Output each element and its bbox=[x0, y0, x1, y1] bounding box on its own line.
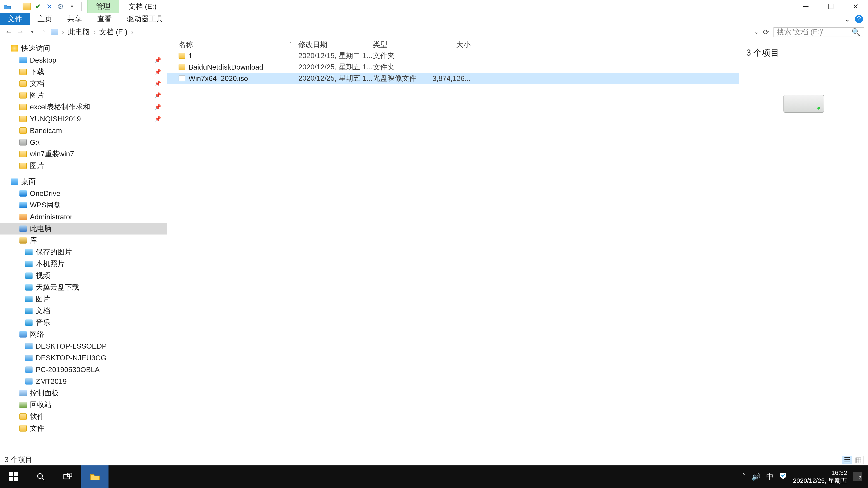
tree-control-panel[interactable]: 控制面板 bbox=[0, 387, 167, 399]
file-row[interactable]: Win7x64_2020.iso2020/12/25, 星期五 1...光盘映像… bbox=[167, 73, 739, 84]
system-tray: ˄ 🔊 中 16:32 2020/12/25, 星期五 3 bbox=[736, 465, 868, 488]
tree-documents-folder[interactable]: 文件 bbox=[0, 422, 167, 434]
breadcrumb[interactable]: › 此电脑 › 文档 (E:) › ⌄ ⟳ bbox=[51, 27, 771, 37]
qat-check-icon[interactable]: ✔ bbox=[34, 2, 42, 11]
close-button[interactable]: ✕ bbox=[843, 0, 868, 13]
view-details-button[interactable]: ☰ bbox=[842, 456, 852, 464]
tree-network-pc[interactable]: PC-20190530OBLA bbox=[0, 364, 167, 376]
tree-pinned-item[interactable]: Bandicam bbox=[0, 125, 167, 136]
library-item-icon bbox=[25, 296, 33, 302]
tree-network-pc[interactable]: DESKTOP-LSSOEDP bbox=[0, 340, 167, 352]
tree-pinned-item[interactable]: 文档📌 bbox=[0, 78, 167, 90]
ribbon-tab-share[interactable]: 共享 bbox=[60, 13, 90, 25]
desktop-icon bbox=[11, 178, 18, 185]
tree-desktop-root[interactable]: 桌面 bbox=[0, 176, 167, 188]
search-input[interactable]: 搜索"文档 (E:)" 🔍 bbox=[774, 27, 864, 37]
tree-pinned-item[interactable]: G:\ bbox=[0, 136, 167, 148]
tree-library-item[interactable]: 音乐 bbox=[0, 317, 167, 328]
column-name[interactable]: 名称 ˄ bbox=[167, 40, 298, 50]
qat-close-icon[interactable]: ✕ bbox=[45, 2, 53, 11]
nav-forward-button[interactable]: → bbox=[16, 28, 25, 37]
tray-volume-icon[interactable]: 🔊 bbox=[751, 473, 761, 481]
taskbar-search-button[interactable] bbox=[27, 465, 54, 488]
qat-dropdown-icon[interactable]: ▾ bbox=[68, 2, 76, 11]
tree-pinned-item[interactable]: win7重装win7 bbox=[0, 148, 167, 160]
ribbon-tab-view[interactable]: 查看 bbox=[90, 13, 119, 25]
tray-clock[interactable]: 16:32 2020/12/25, 星期五 bbox=[793, 469, 847, 485]
tree-network-pc[interactable]: ZMT2019 bbox=[0, 376, 167, 387]
tree-wps[interactable]: WPS网盘 bbox=[0, 199, 167, 211]
tree-library-item[interactable]: 视频 bbox=[0, 270, 167, 282]
ribbon-collapse-icon[interactable]: ⌄ bbox=[844, 15, 850, 23]
ribbon-context-tab[interactable]: 管理 bbox=[87, 0, 119, 13]
library-item-icon bbox=[25, 284, 33, 291]
breadcrumb-this-pc[interactable]: 此电脑 bbox=[68, 27, 90, 37]
tree-libraries[interactable]: 库 bbox=[0, 234, 167, 246]
column-size[interactable]: 大小 bbox=[432, 40, 475, 50]
tree-software-folder[interactable]: 软件 bbox=[0, 411, 167, 422]
qat-gear-icon[interactable]: ⚙ bbox=[57, 2, 65, 11]
file-row[interactable]: 12020/12/15, 星期二 1...文件夹 bbox=[167, 50, 739, 61]
star-icon bbox=[11, 45, 18, 52]
refresh-icon[interactable]: ⟳ bbox=[763, 28, 769, 36]
tree-pinned-item[interactable]: excel表格制作求和📌 bbox=[0, 101, 167, 113]
tree-pinned-item[interactable]: 图片📌 bbox=[0, 90, 167, 101]
tree-library-item[interactable]: 文档 bbox=[0, 305, 167, 317]
chevron-right-icon[interactable]: › bbox=[93, 28, 96, 36]
ribbon-tab-drive-tools[interactable]: 驱动器工具 bbox=[119, 13, 171, 25]
tree-label: 下载 bbox=[30, 67, 44, 77]
tree-administrator[interactable]: Administrator bbox=[0, 211, 167, 223]
folder-icon bbox=[20, 127, 27, 134]
wps-icon bbox=[20, 202, 27, 208]
tree-library-item[interactable]: 图片 bbox=[0, 293, 167, 305]
tree-library-item[interactable]: 保存的图片 bbox=[0, 246, 167, 258]
taskbar-taskview-button[interactable] bbox=[54, 465, 81, 488]
tray-chevron-up-icon[interactable]: ˄ bbox=[742, 473, 745, 481]
tree-library-item[interactable]: 天翼云盘下载 bbox=[0, 282, 167, 293]
tray-action-center-icon[interactable]: 3 bbox=[853, 472, 862, 481]
tree-label: win7重装win7 bbox=[30, 149, 74, 159]
tree-network-pc[interactable]: DESKTOP-NJEU3CG bbox=[0, 352, 167, 364]
library-item-icon bbox=[25, 308, 33, 314]
chevron-right-icon[interactable]: › bbox=[62, 28, 64, 36]
taskbar-explorer-button[interactable] bbox=[81, 465, 108, 488]
column-label: 名称 bbox=[179, 40, 193, 50]
column-type[interactable]: 类型 bbox=[373, 40, 432, 50]
tree-onedrive[interactable]: OneDrive bbox=[0, 188, 167, 199]
tray-ime-indicator[interactable]: 中 bbox=[766, 472, 774, 482]
search-icon[interactable]: 🔍 bbox=[851, 28, 861, 36]
breadcrumb-drive[interactable]: 文档 (E:) bbox=[99, 27, 127, 37]
tree-library-item[interactable]: 本机照片 bbox=[0, 258, 167, 270]
tray-security-icon[interactable] bbox=[779, 472, 787, 482]
qat-folder-icon[interactable] bbox=[23, 2, 31, 11]
tree-pinned-item[interactable]: YUNQISHI2019📌 bbox=[0, 113, 167, 125]
tree-this-pc[interactable]: 此电脑 bbox=[0, 223, 167, 234]
minimize-button[interactable]: ─ bbox=[794, 0, 818, 13]
address-bar: ← → ▾ ↑ › 此电脑 › 文档 (E:) › ⌄ ⟳ 搜索"文档 (E:)… bbox=[0, 25, 868, 39]
chevron-right-icon[interactable]: › bbox=[131, 28, 133, 36]
start-button[interactable] bbox=[0, 465, 27, 488]
nav-back-button[interactable]: ← bbox=[4, 28, 13, 37]
tree-recycle-bin[interactable]: 回收站 bbox=[0, 399, 167, 411]
svg-rect-0 bbox=[9, 472, 13, 476]
tree-pinned-item[interactable]: Desktop📌 bbox=[0, 54, 167, 66]
nav-up-button[interactable]: ↑ bbox=[39, 28, 49, 37]
tree-network[interactable]: 网络 bbox=[0, 328, 167, 340]
view-thumbnails-button[interactable]: ▦ bbox=[853, 456, 864, 464]
drive-artwork bbox=[783, 95, 824, 113]
tree-label: Desktop bbox=[30, 56, 56, 64]
preview-summary: 3 个项目 bbox=[746, 47, 779, 59]
ribbon-tab-home[interactable]: 主页 bbox=[30, 13, 60, 25]
tree-label: Bandicam bbox=[30, 127, 62, 135]
tree-pinned-item[interactable]: 图片 bbox=[0, 160, 167, 172]
maximize-button[interactable]: ☐ bbox=[818, 0, 843, 13]
help-icon[interactable]: ? bbox=[855, 15, 863, 23]
ribbon-tab-file[interactable]: 文件 bbox=[0, 13, 30, 25]
file-type: 文件夹 bbox=[373, 62, 432, 72]
file-row[interactable]: BaiduNetdiskDownload2020/12/25, 星期五 1...… bbox=[167, 61, 739, 73]
nav-history-dropdown[interactable]: ▾ bbox=[28, 28, 37, 37]
breadcrumb-dropdown-icon[interactable]: ⌄ bbox=[754, 29, 758, 35]
column-date[interactable]: 修改日期 bbox=[298, 40, 373, 50]
tree-pinned-item[interactable]: 下载📌 bbox=[0, 66, 167, 78]
tree-quick-access[interactable]: 快速访问 bbox=[0, 42, 167, 54]
